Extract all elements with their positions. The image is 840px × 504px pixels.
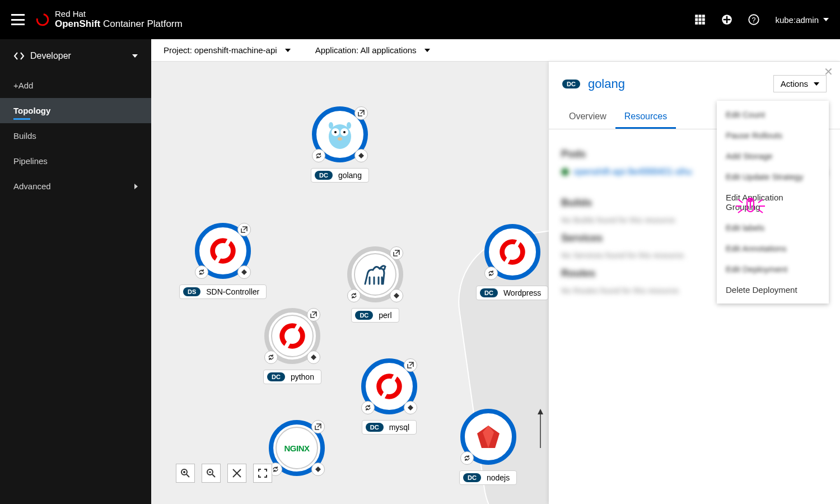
svg-line-46 [212,474,215,477]
svg-rect-6 [702,18,705,21]
build-badge[interactable] [404,401,417,414]
svg-text:?: ? [752,16,756,24]
user-menu[interactable]: kube:admin [775,15,829,25]
open-url-badge[interactable] [404,358,417,372]
tab-overview[interactable]: Overview [560,106,615,129]
svg-rect-4 [696,18,698,21]
apps-grid-icon[interactable] [694,14,706,25]
zoom-out-button[interactable] [202,464,221,483]
node-label: DS SDN-Controller [179,284,267,299]
actions-dropdown-button[interactable]: Actions [773,75,827,92]
sidebar: Developer +Add Topology Builds Pipelines… [0,39,151,504]
build-badge[interactable] [390,289,403,302]
open-url-badge[interactable] [390,246,403,260]
node-golang[interactable]: DC golang [311,106,369,183]
node-python[interactable]: DC python [263,308,321,384]
redhat-logo-icon [36,13,49,26]
sync-badge[interactable] [361,401,375,414]
node-sdn-controller[interactable]: DS SDN-Controller [179,223,267,299]
menu-item-edit-count[interactable]: Edit Count [717,104,829,125]
sync-badge[interactable] [460,451,474,465]
open-url-badge[interactable] [311,420,325,433]
connector-arrow [532,409,549,454]
svg-line-42 [186,474,189,477]
menu-item-edit-application-grouping[interactable]: Edit Application Grouping [717,187,829,217]
build-badge[interactable] [237,265,251,279]
expand-button[interactable] [253,464,272,483]
node-wordpress[interactable]: DC Wordpress [476,224,548,300]
sidebar-item-builds[interactable]: Builds [0,123,151,148]
sync-badge[interactable] [484,267,498,280]
svg-rect-1 [696,15,698,17]
openshift-icon [207,235,239,267]
node-label: DC golang [311,168,369,183]
sync-badge[interactable] [312,149,325,162]
node-label: DC Wordpress [476,286,548,300]
node-mysql[interactable]: DC mysql [361,358,417,435]
menu-item-add-storage[interactable]: Add Storage [717,146,829,166]
zoom-in-button[interactable] [176,464,195,483]
svg-rect-9 [702,22,705,25]
details-panel: ✕ DC golang Actions Overview Resources P… [549,62,840,504]
menu-item-edit-annotations[interactable]: Edit Annotations [717,238,829,259]
svg-rect-30 [293,321,302,332]
caret-down-icon [285,49,291,52]
node-label: DC python [263,370,321,384]
caret-right-icon [134,184,138,189]
svg-marker-29 [394,293,399,298]
sync-badge[interactable] [347,289,361,302]
sync-badge[interactable] [195,265,208,279]
caret-down-icon [823,18,829,21]
svg-rect-7 [696,22,698,25]
hamburger-menu-button[interactable] [11,14,25,25]
svg-marker-32 [311,354,316,360]
menu-item-edit-labels[interactable]: Edit labels [717,217,829,238]
build-badge[interactable] [307,351,320,364]
actions-menu: Edit Count Pause Rollouts Add Storage Ed… [717,101,829,304]
build-badge[interactable] [311,463,325,476]
open-url-badge[interactable] [307,308,320,321]
svg-rect-3 [702,15,705,17]
svg-point-23 [329,122,333,129]
sidebar-item-add[interactable]: +Add [0,73,151,98]
openshift-icon [374,371,405,402]
caret-down-icon [814,82,819,86]
perspective-switcher[interactable]: Developer [0,39,151,73]
tab-resources[interactable]: Resources [615,106,676,129]
build-badge[interactable] [354,149,368,162]
svg-marker-25 [358,153,364,158]
nginx-icon: NGINX [284,444,309,453]
application-selector[interactable]: Application: All applications [315,45,430,55]
sidebar-item-pipelines[interactable]: Pipelines [0,148,151,174]
add-icon[interactable] [721,14,732,25]
node-nginx[interactable]: NGINX [269,420,325,476]
svg-marker-16 [538,409,543,414]
menu-item-edit-deployment[interactable]: Edit Deployment [717,259,829,279]
menu-item-pause-rollouts[interactable]: Pause Rollouts [717,125,829,146]
openshift-icon [277,320,308,352]
zoom-controls [176,464,272,483]
svg-point-24 [347,122,351,129]
sidebar-item-advanced[interactable]: Advanced [0,174,151,199]
node-nodejs[interactable]: DC nodejs [459,409,517,485]
svg-rect-12 [724,19,731,21]
svg-marker-35 [408,405,413,410]
ruby-icon [473,421,504,452]
sidebar-item-topology[interactable]: Topology [0,98,151,123]
svg-rect-8 [699,22,702,25]
node-perl[interactable]: DC perl [347,246,403,323]
help-icon[interactable]: ? [748,14,759,25]
open-url-badge[interactable] [354,106,368,120]
svg-rect-5 [699,18,702,21]
sync-badge[interactable] [264,351,278,364]
fit-to-screen-button[interactable] [227,464,246,483]
node-label: DC nodejs [459,470,517,485]
developer-icon [13,50,25,62]
menu-item-delete-deployment[interactable]: Delete Deployment [717,279,829,300]
close-button[interactable]: ✕ [824,65,833,78]
masthead: Red Hat OpenShift Container Platform ? k… [0,0,840,39]
menu-item-edit-update-strategy[interactable]: Edit Update Strategy [717,166,829,187]
open-url-badge[interactable] [237,223,251,236]
brand: Red Hat OpenShift Container Platform [36,10,183,29]
project-selector[interactable]: Project: openshift-machine-api [164,45,291,55]
